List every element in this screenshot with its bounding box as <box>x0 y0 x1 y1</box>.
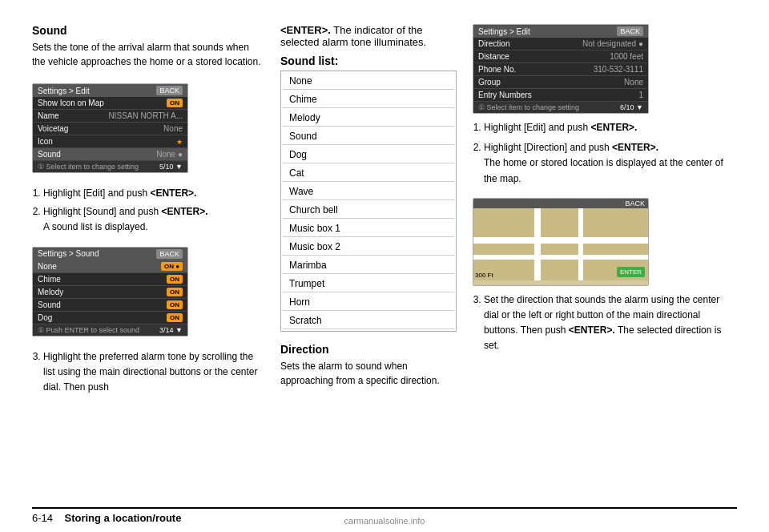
direction-section: Direction Sets the alarm to sound when a… <box>280 343 457 394</box>
sound-item-horn: Horn <box>283 294 454 311</box>
right-step1-text: Highlight [Edit] and push <box>484 122 590 133</box>
screen2-label-none: None <box>38 262 57 271</box>
right-steps: Highlight [Edit] and push <ENTER>. Highl… <box>484 120 737 191</box>
direction-body: Sets the alarm to sound when approaching… <box>280 359 457 388</box>
screen2-footer-note: ① Push ENTER to select sound <box>38 326 139 334</box>
screen2-label-dog: Dog <box>38 313 52 322</box>
right-label-group: Group <box>478 78 501 87</box>
screen2-image: Settings > Sound BACK None ON ● Chime ON… <box>32 247 188 337</box>
screen1-row4-icon: ★ <box>176 138 183 146</box>
sound-item-church-bell-label: Church bell <box>283 202 454 219</box>
screen1-row5-val: None ● <box>156 150 183 159</box>
screen1-header: Settings > Edit BACK <box>33 84 187 97</box>
screen1-footer-note: ① Select item to change setting <box>38 163 139 171</box>
screen2-label-chime: Chime <box>38 275 61 284</box>
right-footer-note: ① Select item to change setting <box>478 103 579 111</box>
sound-list-title: Sound list: <box>280 54 457 67</box>
screen2-label-sound: Sound <box>38 300 61 309</box>
right-val-phone: 310-532-3111 <box>594 65 643 74</box>
sound-body: Sets the tone of the arrival alarm that … <box>32 40 264 69</box>
right-step3-list: Set the direction that sounds the alarm … <box>484 292 737 359</box>
map-enter-btn[interactable]: ENTER <box>617 267 645 277</box>
screen2-row-dog: Dog ON <box>33 312 187 324</box>
right-step2-key: <ENTER>. <box>612 142 658 153</box>
content-area: Sound Sets the tone of the arrival alarm… <box>32 24 737 501</box>
screen1-row-4: Icon ★ <box>33 135 187 148</box>
screen1-row-1: Show Icon on Map ON <box>33 97 187 110</box>
step2: Highlight [Sound] and push <ENTER>. A so… <box>43 204 264 235</box>
sound-item-none-label: None <box>283 73 454 90</box>
sound-item-chime-label: Chime <box>283 91 454 108</box>
step2-note: A sound list is displayed. <box>43 221 148 232</box>
screen1-row3-label: Voicetag <box>38 124 68 133</box>
sound-item-melody: Melody <box>283 110 454 127</box>
step1-key: <ENTER>. <box>150 187 196 199</box>
step2-text: Highlight [Sound] and push <box>43 206 161 217</box>
screen2-val-chime: ON <box>167 275 183 284</box>
sound-item-cat-label: Cat <box>283 165 454 182</box>
enter-key-text: <ENTER>. <box>280 24 331 36</box>
sound-item-sound-label: Sound <box>283 128 454 145</box>
screen1-row4-label: Icon <box>38 137 53 146</box>
screen2-row-chime: Chime ON <box>33 273 187 286</box>
map-back-btn: BACK <box>625 200 645 208</box>
screen2-val-dog: ON <box>167 313 183 322</box>
screen2-footer: ① Push ENTER to select sound 3/14 ▼ <box>33 324 187 336</box>
right-step3-key: <ENTER>. <box>569 324 615 336</box>
sound-item-music-box-1: Music box 1 <box>283 220 454 237</box>
enter-note: <ENTER>. The indicator of the selected a… <box>280 24 457 48</box>
screen2-val-none: ON ● <box>161 262 183 271</box>
step1: Highlight [Edit] and push <ENTER>. <box>43 186 264 201</box>
map-road-h2 <box>473 255 648 260</box>
right-label-entry: Entry Numbers <box>478 91 532 99</box>
footer-left: 6-14 Storing a location/route <box>32 512 181 524</box>
screen2-header-title: Settings > Sound <box>38 249 99 258</box>
screen1-row-2: Name NISSAN NORTH A... <box>33 110 187 123</box>
sound-item-music-box-2-label: Music box 2 <box>283 239 454 256</box>
screen1-row-3: Voicetag None <box>33 123 187 135</box>
sound-item-trumpet-label: Trumpet <box>283 276 454 292</box>
step3-text: Highlight the preferred alarm tone by sc… <box>43 351 257 393</box>
screen1-header-title: Settings > Edit <box>38 87 90 95</box>
sound-title: Sound <box>32 24 264 37</box>
sound-item-melody-label: Melody <box>283 110 454 127</box>
right-screen1-title: Settings > Edit <box>478 27 530 36</box>
map-screen: BACK 300 Ft ENTER <box>473 198 649 286</box>
screen2-header: Settings > Sound BACK <box>33 248 187 260</box>
map-road-vertical <box>534 208 541 280</box>
map-content: 300 Ft ENTER <box>473 208 648 280</box>
left-steps: Highlight [Edit] and push <ENTER>. Highl… <box>43 186 264 239</box>
sound-item-sound: Sound <box>283 128 454 145</box>
screen1-row2-label: Name <box>38 111 59 120</box>
right-footer-nav: 6/10 ▼ <box>620 103 643 111</box>
sound-item-trumpet: Trumpet <box>283 276 454 292</box>
right-step1: Highlight [Edit] and push <ENTER>. <box>484 120 737 135</box>
left-step3-list: Highlight the preferred alarm tone by sc… <box>43 349 264 399</box>
sound-item-wave: Wave <box>283 183 454 200</box>
page: Sound Sets the tone of the arrival alarm… <box>0 0 769 532</box>
right-screen1-footer: ① Select item to change setting 6/10 ▼ <box>473 102 648 113</box>
right-screen1: Settings > Edit BACK Direction Not desig… <box>473 24 649 114</box>
screen2-val-sound: ON <box>167 300 183 309</box>
map-header: BACK <box>473 199 648 208</box>
sound-item-scratch-label: Scratch <box>283 312 454 329</box>
screen1-row-5: Sound None ● <box>33 148 187 161</box>
screen2-val-melody: ON <box>167 288 183 296</box>
sound-item-dog: Dog <box>283 147 454 163</box>
right-label-distance: Distance <box>478 52 509 61</box>
screen2-row-sound: Sound ON <box>33 299 187 312</box>
screen1-row1-val: ON <box>167 99 183 107</box>
right-row-entry: Entry Numbers 1 <box>473 89 648 102</box>
right-row-direction: Direction Not designated ● <box>473 38 648 50</box>
right-screen1-header: Settings > Edit BACK <box>473 25 648 38</box>
map-road-horizontal <box>473 237 648 244</box>
footer-page: 6-14 <box>32 512 53 524</box>
sound-item-church-bell: Church bell <box>283 202 454 219</box>
screen2-row-melody: Melody ON <box>33 286 187 299</box>
sound-item-none: None <box>283 73 454 90</box>
screen2-row-none: None ON ● <box>33 260 187 273</box>
sound-list-table: None Chime Melody Sound Dog Cat Wave Chu… <box>280 71 457 332</box>
sound-item-wave-label: Wave <box>283 183 454 200</box>
right-step3: Set the direction that sounds the alarm … <box>484 292 737 354</box>
right-row-distance: Distance 1000 feet <box>473 50 648 63</box>
